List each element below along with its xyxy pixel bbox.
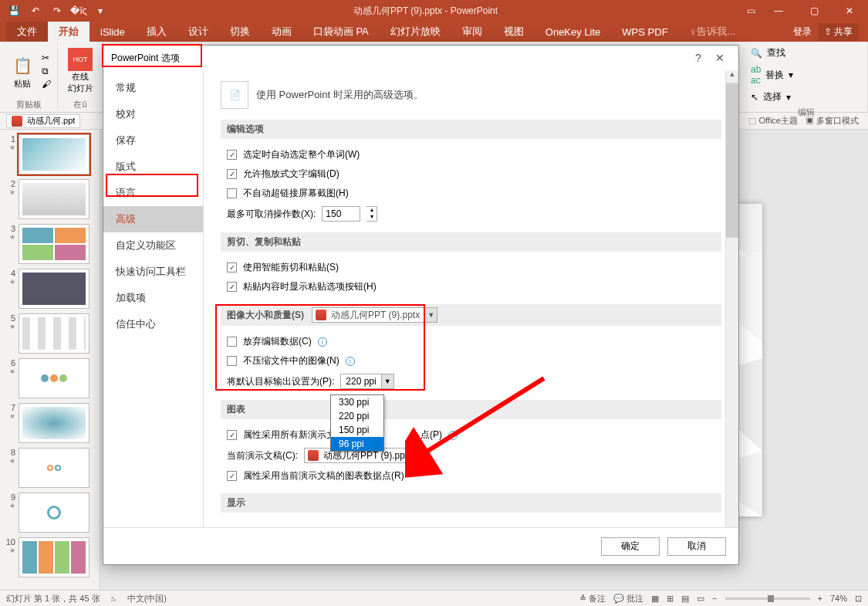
theme-button[interactable]: ⬚ Office主题 — [748, 115, 798, 127]
ppi-option-220[interactable]: 220 ppi — [331, 409, 383, 423]
nav-quick-access[interactable]: 快速访问工具栏 — [103, 259, 203, 285]
ppi-option-330[interactable]: 330 ppi — [331, 395, 383, 409]
language-indicator[interactable]: 中文(中国) — [127, 593, 167, 604]
nav-save[interactable]: 保存 — [103, 127, 203, 154]
ppi-combo[interactable]: 220 ppi ▼ — [340, 374, 393, 389]
info-icon[interactable]: i — [318, 337, 327, 347]
tab-review[interactable]: 审阅 — [451, 22, 493, 42]
view-sorter-icon[interactable]: ⊞ — [667, 594, 674, 604]
thumbnail-3[interactable]: 3★ — [3, 224, 96, 264]
scroll-up-icon[interactable]: ▲ — [726, 70, 738, 83]
fit-window-icon[interactable]: ⊡ — [855, 594, 862, 604]
tab-insert[interactable]: 插入 — [136, 22, 177, 42]
cancel-button[interactable]: 取消 — [667, 537, 726, 556]
select-button[interactable]: ↖选择 ▾ — [751, 89, 791, 105]
dialog-close-button[interactable]: ✕ — [709, 52, 731, 64]
dialog-help-button[interactable]: ? — [687, 52, 709, 64]
thumbnail-4[interactable]: 4★ — [3, 269, 96, 309]
share-button[interactable]: ⇪ 共享 — [818, 23, 859, 41]
ppi-option-150[interactable]: 150 ppi — [331, 423, 383, 437]
zoom-slider[interactable] — [725, 598, 810, 600]
nav-customize-ribbon[interactable]: 自定义功能区 — [103, 232, 203, 259]
checkbox-no-hyperlink-screenshot[interactable] — [227, 188, 237, 198]
replace-button[interactable]: abac替换 ▾ — [751, 63, 793, 87]
dialog-scrollbar[interactable]: ▲ — [725, 70, 738, 527]
undo-count-input[interactable] — [322, 206, 360, 222]
image-document-combo[interactable]: 动感几何PPT (9).pptx ▼ — [312, 307, 437, 323]
undo-icon[interactable]: ↶ — [28, 3, 43, 19]
qat-dropdown-icon[interactable]: ▾ — [93, 3, 108, 19]
thumbnail-1[interactable]: 1★ — [3, 134, 96, 174]
login-button[interactable]: 登录 — [793, 25, 812, 39]
nav-layout[interactable]: 版式 — [103, 154, 203, 180]
tab-view[interactable]: 视图 — [493, 22, 535, 42]
section-image-size-quality: 图像大小和质量(S) 动感几何PPT (9).pptx ▼ — [221, 304, 721, 326]
thumbnail-8[interactable]: 8★ — [3, 448, 96, 488]
checkbox-chart-current-doc[interactable] — [227, 471, 237, 481]
ok-button[interactable]: 确定 — [601, 537, 660, 556]
label-no-hyperlink: 不自动超链接屏幕截图(H) — [243, 187, 349, 200]
nav-addins[interactable]: 加载项 — [103, 285, 203, 311]
nav-trust-center[interactable]: 信任中心 — [103, 311, 203, 337]
thumbnail-6[interactable]: 6★ — [3, 358, 96, 398]
thumbnail-2[interactable]: 2★ — [3, 179, 96, 219]
view-normal-icon[interactable]: ▦ — [651, 594, 659, 604]
format-painter-icon[interactable]: 🖌 — [42, 79, 51, 90]
notes-button[interactable]: ≙ 备注 — [579, 593, 606, 604]
start-icon[interactable]: �їς — [71, 3, 86, 19]
paste-button[interactable]: 📋 粘贴 — [6, 48, 39, 94]
checkbox-no-compress-images[interactable] — [227, 356, 237, 366]
spell-icon[interactable]: ⎁ — [111, 593, 117, 604]
thumbnail-5[interactable]: 5★ — [3, 313, 96, 354]
tellme-placeholder: 告诉我... — [697, 25, 735, 39]
thumbnail-9[interactable]: 9★ — [3, 493, 96, 533]
tab-animations[interactable]: 动画 — [261, 22, 302, 42]
thumbnail-10[interactable]: 10★ — [3, 537, 96, 577]
document-tab[interactable]: 动感几何.ppt — [6, 114, 80, 128]
tab-slideshow[interactable]: 幻灯片放映 — [380, 22, 451, 42]
zoom-out-button[interactable]: − — [712, 594, 717, 603]
nav-advanced[interactable]: 高级 — [103, 206, 203, 232]
info-icon[interactable]: i — [448, 431, 458, 440]
save-icon[interactable]: 💾 — [6, 3, 22, 19]
close-button[interactable]: ✕ — [834, 0, 865, 22]
tab-home[interactable]: 开始 — [48, 22, 90, 42]
checkbox-smart-cut-paste[interactable] — [227, 262, 237, 273]
redo-icon[interactable]: ↷ — [49, 3, 65, 19]
tab-file[interactable]: 文件 — [6, 22, 48, 42]
tab-islide[interactable]: iSlide — [90, 22, 136, 42]
online-slide-button[interactable]: HOT 在线 幻灯片 — [64, 48, 96, 94]
tab-transitions[interactable]: 切换 — [219, 22, 261, 42]
tab-wpspdf[interactable]: WPS PDF — [611, 22, 678, 42]
tellme-input[interactable]: ♀ 告诉我... — [679, 22, 747, 42]
checkbox-paste-options[interactable] — [227, 282, 237, 292]
nav-general[interactable]: 常规 — [103, 75, 203, 101]
checkbox-chart-all-new[interactable] — [227, 430, 237, 440]
zoom-value[interactable]: 74% — [830, 594, 847, 603]
cut-icon[interactable]: ✂ — [42, 52, 51, 63]
checkbox-auto-select-word[interactable] — [227, 150, 237, 160]
copy-icon[interactable]: ⧉ — [42, 66, 51, 76]
maximize-button[interactable]: ▢ — [799, 0, 829, 22]
thumbnail-7[interactable]: 7★ — [3, 403, 96, 443]
checkbox-discard-edit-data[interactable] — [227, 337, 237, 347]
section-display: 显示 — [221, 493, 721, 513]
comments-button[interactable]: 💬 批注 — [613, 593, 643, 604]
tab-onekey[interactable]: OneKey Lite — [535, 22, 612, 42]
tab-design[interactable]: 设计 — [177, 22, 219, 42]
info-icon[interactable]: i — [346, 357, 355, 366]
tab-pocket[interactable]: 口袋动画 PA — [302, 22, 380, 42]
minimize-button[interactable]: — — [763, 0, 794, 22]
multiwindow-button[interactable]: ▣ 多窗口模式 — [806, 115, 859, 127]
checkbox-drag-drop[interactable] — [227, 169, 237, 179]
view-slideshow-icon[interactable]: ▭ — [697, 594, 704, 604]
find-button[interactable]: 🔍查找 — [751, 45, 785, 61]
ppi-option-96[interactable]: 96 ppi — [331, 437, 383, 451]
scroll-thumb[interactable] — [726, 83, 738, 238]
zoom-in-button[interactable]: + — [818, 594, 822, 603]
view-reading-icon[interactable]: ▤ — [681, 594, 689, 604]
ribbon-display-icon[interactable]: ▭ — [743, 3, 758, 19]
undo-count-spinner[interactable]: ▲▼ — [366, 206, 377, 222]
nav-language[interactable]: 语言 — [103, 180, 203, 206]
nav-proofing[interactable]: 校对 — [103, 101, 203, 127]
